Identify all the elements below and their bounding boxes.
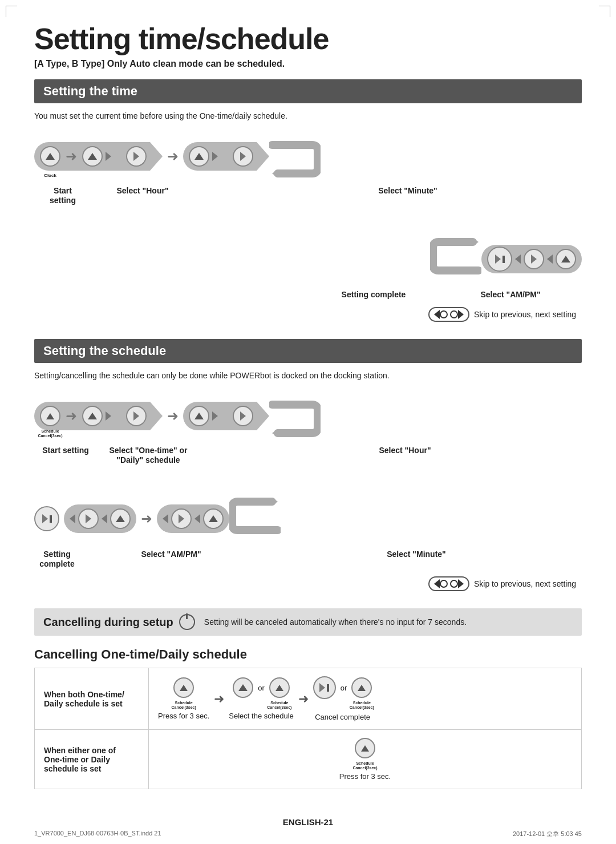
cancel-step1-flow: ScheduleCancel(3sec) Press for 3 sec. ➜ … <box>158 676 572 721</box>
s-d-play-icon-1 <box>86 514 91 523</box>
cancel-up-icon <box>238 684 248 691</box>
cap1-inner <box>123 142 150 171</box>
up-btn-2[interactable] <box>189 146 209 167</box>
skip-next-icon <box>450 310 464 319</box>
sched-skip-prev-arrow <box>434 579 440 588</box>
s-d-play-1[interactable] <box>78 508 99 529</box>
footer-text: ENGLISH-21 <box>283 817 333 827</box>
label-setting-complete: Setting complete <box>308 289 439 299</box>
sched-up-icon-2 <box>194 413 204 419</box>
s-d-play-2[interactable] <box>171 508 192 529</box>
sched-lbl-minute: Select "Minute" <box>251 549 582 559</box>
footer-meta: 1_VR7000_EN_DJ68-00763H-0B_ST.indd 21 20… <box>34 830 582 838</box>
sched-lbl-complete: Setting complete <box>34 549 80 568</box>
setting-time-note: You must set the current time before usi… <box>34 111 582 120</box>
arr-l-4 <box>547 255 553 264</box>
sched-conn1 <box>111 402 123 430</box>
cancelling-header: Cancelling during setup Setting will be … <box>34 608 582 636</box>
sched-skip-label: Skip to previous, next setting <box>474 579 576 588</box>
up-btn-3[interactable] <box>556 249 576 269</box>
sched-play-1[interactable] <box>126 406 147 426</box>
page-title: Setting time/schedule <box>34 23 582 55</box>
power-icon <box>179 614 195 630</box>
d-play-btn[interactable] <box>524 249 544 269</box>
up-icon-2 <box>194 153 204 160</box>
time-diagram-row1: Clock ➜ ➜ <box>34 131 582 205</box>
cancel-condition-2a: When either one of <box>44 746 116 755</box>
cancel-pp-play <box>319 683 325 692</box>
cancel-condition-2: When either one of One-time or Dailysche… <box>35 730 149 789</box>
cancel-pp-btn[interactable] <box>313 676 336 699</box>
cancel-sched-icon-4 <box>361 745 369 752</box>
svg-marker-2 <box>272 429 278 437</box>
s-up-btn-r2b[interactable] <box>203 508 224 529</box>
skip-prev-icon <box>434 310 448 319</box>
setting-schedule-header: Setting the schedule <box>34 339 582 363</box>
sched-skip-next <box>450 579 464 588</box>
cap2 <box>257 142 269 171</box>
cancel-step1-note: Press for 3 sec. <box>158 712 209 720</box>
play-btn-1[interactable] <box>126 146 147 167</box>
sched-arr1: ➜ <box>66 408 77 424</box>
connector2 <box>218 142 229 171</box>
setting-schedule-section: Setting the schedule Setting/cancelling … <box>34 339 582 591</box>
cancel-step1: ScheduleCancel(3sec) Press for 3 sec. <box>158 677 209 720</box>
sched-conn2 <box>218 402 229 430</box>
sched-up-2[interactable] <box>189 406 209 426</box>
play-pause-btn[interactable] <box>487 247 512 272</box>
cancel-condition-1-text: When both One-time/Daily schedule is set <box>44 690 124 708</box>
setting-schedule-note: Setting/cancelling the schedule can only… <box>34 371 582 380</box>
sched-lbl-hour: Select "Hour" <box>205 445 582 455</box>
curve-arrow-1 <box>269 131 321 182</box>
sched-pp-play <box>42 514 48 523</box>
sched-up-1[interactable] <box>82 406 103 426</box>
time-labels-row2: Setting complete Select "AM/PM" <box>34 289 582 299</box>
play-btn-2[interactable] <box>233 146 253 167</box>
cancel-sched-btn-3[interactable]: ScheduleCancel(3sec) <box>351 677 372 698</box>
sched-cap2-wrap <box>229 402 269 430</box>
time-labels-row1: Start setting Select "Hour" Select "Minu… <box>34 185 582 205</box>
up-btn-1[interactable] <box>82 146 103 167</box>
sched-pp-bar <box>50 515 52 523</box>
cancel-sched-icon-3 <box>358 685 366 691</box>
clock-icon <box>46 153 55 160</box>
skip-prev-circle <box>440 310 448 318</box>
schedule-flow-row1: ScheduleCancel(3sec) ➜ ➜ <box>34 390 582 442</box>
cancel-arr-1: ➜ <box>214 692 224 706</box>
cancel-sched-icon-2 <box>275 685 283 691</box>
arr-l-3 <box>515 255 521 264</box>
cancel-step3-icons: or ScheduleCancel(3sec) <box>313 676 372 699</box>
label-start-setting: Start setting <box>40 185 86 205</box>
cancel-step4-inner: ScheduleCancel(3sec) Press for 3 sec. <box>339 738 391 781</box>
cancel-steps-2: ScheduleCancel(3sec) Press for 3 sec. <box>149 730 582 789</box>
sched-skip-prev <box>434 579 448 588</box>
sched-curve-2 <box>229 493 281 544</box>
sched-labels-row2: Setting complete Select "AM/PM" Select "… <box>34 549 582 568</box>
schedule-label: ScheduleCancel(3sec) <box>38 429 62 438</box>
pause-bar <box>502 256 505 263</box>
cancel-arr-2: ➜ <box>298 692 309 706</box>
schedule-diagram-row1: ScheduleCancel(3sec) ➜ ➜ <box>34 390 582 465</box>
cancel-step4-note: Press for 3 sec. <box>339 772 391 781</box>
cancel-sched-btn-2[interactable]: ScheduleCancel(3sec) <box>269 677 290 698</box>
s-arr-l-4 <box>194 514 200 523</box>
cancelling-title: Cancelling during setup <box>43 616 173 629</box>
sched-play-pause-btn[interactable] <box>34 506 59 531</box>
sched-band2 <box>183 402 218 430</box>
cap2-inner <box>229 142 257 171</box>
clock-button[interactable]: Clock <box>40 146 60 167</box>
d-play-icon <box>531 255 537 264</box>
cancel-sched-btn-4[interactable]: ScheduleCancel(3sec) <box>355 738 375 758</box>
setting-time-section: Setting the time You must set the curren… <box>34 79 582 322</box>
schedule-btn[interactable]: ScheduleCancel(3sec) <box>40 406 60 426</box>
sched-curve-1 <box>269 390 321 442</box>
sched-pp-wrap <box>34 506 59 531</box>
cancel-sched-lbl-2: ScheduleCancel(3sec) <box>267 701 291 709</box>
cancel-sched-btn-1[interactable]: ScheduleCancel(3sec) <box>173 677 194 698</box>
cancelling-onetime-section: Cancelling One-time/Daily schedule When … <box>34 647 582 789</box>
s-up-btn-r2[interactable] <box>110 508 131 529</box>
cancel-steps-1: ScheduleCancel(3sec) Press for 3 sec. ➜ … <box>149 668 582 730</box>
cancel-up-btn[interactable] <box>233 677 253 698</box>
sched-play-2[interactable] <box>233 406 253 426</box>
s-up-icon-r2 <box>116 515 125 522</box>
